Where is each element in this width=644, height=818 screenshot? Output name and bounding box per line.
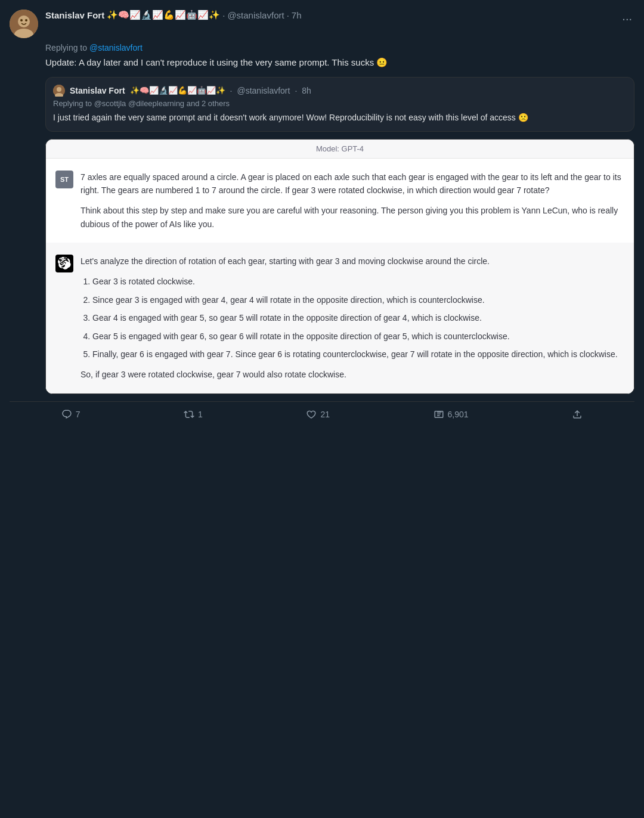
user-message-content: 7 axles are equally spaced around a circ… [80,171,624,231]
tweet-time: 7h [292,10,302,20]
quoted-tweet-time: 8h [302,86,311,95]
list-item: Finally, gear 6 is engaged with gear 7. … [92,348,624,361]
svg-point-3 [20,19,23,21]
chat-body: ST 7 axles are equally spaced around a c… [46,159,634,393]
views-action[interactable]: 6,901 [434,409,469,420]
avatar [10,10,38,38]
quoted-avatar [53,85,65,97]
user-message-p2: Think about this step by step and make s… [80,204,624,231]
assistant-message-content: Let's analyze the direction of rotation … [80,255,624,382]
quoted-tweet[interactable]: Stanislav Fort ✨🧠📈🔬📈💪📈🤖📈✨ · @stanislavfo… [45,77,634,132]
svg-point-6 [57,87,61,92]
svg-point-4 [25,19,27,21]
author-name: Stanislav Fort [45,10,104,20]
list-item: Since gear 3 is engaged with gear 4, gea… [92,293,624,306]
replying-to: Replying to @stanislavfort [45,43,634,52]
author-line: Stanislav Fort ✨🧠📈🔬📈💪📈🤖📈✨ · @stanislavfo… [45,10,612,20]
reply-icon [61,409,72,420]
quoted-tweet-text: I just tried again the very same prompt … [53,111,627,124]
like-icon [306,409,317,420]
assistant-message: Let's analyze the direction of rotation … [46,243,634,393]
list-item: Gear 5 is engaged with gear 6, so gear 6… [92,330,624,343]
chat-embed: Model: GPT-4 ST 7 axles are equally spac… [45,139,634,394]
like-count: 21 [320,410,330,419]
avatar-svg [10,10,38,38]
quoted-author-name: Stanislav Fort [70,86,125,95]
user-message-p1: 7 axles are equally spaced around a circ… [80,171,624,197]
tweet-text: Update: A day later and I can't reproduc… [45,56,634,70]
model-label: Model: GPT-4 [316,144,364,153]
retweet-count: 1 [198,410,203,419]
svg-point-1 [18,16,30,27]
reply-action[interactable]: 7 [61,409,80,420]
reply-count: 7 [76,410,80,419]
author-info: Stanislav Fort ✨🧠📈🔬📈💪📈🤖📈✨ · @stanislavfo… [45,10,612,20]
views-icon [434,409,444,420]
openai-icon [58,257,71,270]
tweet-actions: 7 1 21 6,901 [10,401,634,427]
quoted-tweet-header: Stanislav Fort ✨🧠📈🔬📈💪📈🤖📈✨ · @stanislavfo… [53,85,627,97]
assistant-list: Gear 3 is rotated clockwise. Since gear … [80,275,624,361]
quoted-author-handle[interactable]: @stanislavfort [237,86,290,95]
chat-model-bar: Model: GPT-4 [46,140,634,159]
gpt-avatar [55,255,73,272]
views-count: 6,901 [448,410,469,419]
quoted-replying-to: Replying to @scottjla @dileeplearning an… [53,99,627,108]
assistant-conclusion: So, if gear 3 were rotated clockwise, ge… [80,368,624,381]
like-action[interactable]: 21 [306,409,330,420]
quoted-replying-handles: @scottjla @dileeplearning and 2 others [94,99,230,108]
quoted-author-emojis: ✨🧠📈🔬📈💪📈🤖📈✨ [130,86,225,95]
user-message: ST 7 axles are equally spaced around a c… [46,159,634,243]
author-emojis: ✨🧠📈🔬📈💪📈🤖📈✨ [107,10,220,20]
user-chat-avatar: ST [55,171,73,188]
list-item: Gear 4 is engaged with gear 5, so gear 5… [92,311,624,324]
assistant-intro: Let's analyze the direction of rotation … [80,255,624,268]
share-icon [572,409,583,420]
list-item: Gear 3 is rotated clockwise. [92,275,624,288]
share-action[interactable] [572,409,583,420]
retweet-icon [184,409,194,420]
more-options-button[interactable]: ··· [620,10,634,28]
tweet-container: Stanislav Fort ✨🧠📈🔬📈💪📈🤖📈✨ · @stanislavfo… [0,0,644,427]
avatar-image [10,10,38,38]
replying-to-handle[interactable]: @stanislavfort [89,43,143,52]
retweet-action[interactable]: 1 [184,409,203,420]
tweet-header: Stanislav Fort ✨🧠📈🔬📈💪📈🤖📈✨ · @stanislavfo… [10,10,634,38]
author-handle[interactable]: @stanislavfort [227,10,284,20]
